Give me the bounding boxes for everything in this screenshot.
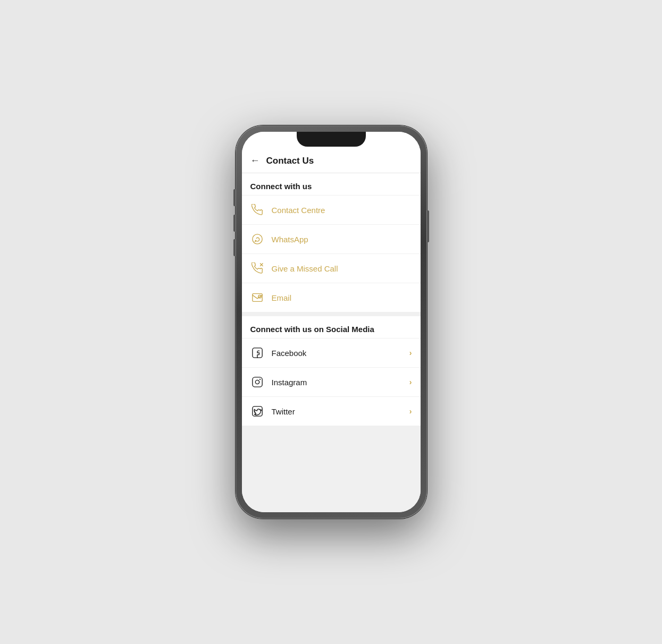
- social-section: Connect with us on Social Media Facebook…: [242, 316, 421, 426]
- missed-call-label: Give a Missed Call: [272, 264, 412, 273]
- social-section-heading: Connect with us on Social Media: [242, 316, 421, 338]
- back-button[interactable]: ←: [250, 155, 260, 166]
- whatsapp-icon: [250, 232, 264, 246]
- facebook-icon: [250, 346, 264, 360]
- page-title: Contact Us: [266, 156, 314, 166]
- phone-screen: ← Contact Us Connect with us Cont: [242, 132, 421, 512]
- volume-down-button: [233, 215, 236, 232]
- facebook-chevron: ›: [409, 349, 412, 357]
- twitter-chevron: ›: [409, 407, 412, 416]
- silent-switch: [233, 239, 236, 256]
- list-item-twitter[interactable]: Twitter ›: [242, 396, 421, 426]
- power-button: [427, 210, 429, 242]
- svg-point-8: [259, 379, 260, 380]
- twitter-icon: [250, 404, 264, 418]
- main-content: Connect with us Contact Centre: [242, 173, 421, 512]
- bottom-area: [242, 430, 421, 472]
- screen-content: ← Contact Us Connect with us Cont: [242, 132, 421, 512]
- list-item-email[interactable]: Email: [242, 283, 421, 312]
- email-label: Email: [272, 293, 412, 302]
- list-item-facebook[interactable]: Facebook ›: [242, 338, 421, 367]
- list-item-missed-call[interactable]: Give a Missed Call: [242, 253, 421, 283]
- email-icon: [250, 291, 264, 304]
- connect-section: Connect with us Contact Centre: [242, 173, 421, 312]
- phone-frame: ← Contact Us Connect with us Cont: [236, 125, 427, 519]
- twitter-label: Twitter: [272, 407, 402, 416]
- contact-centre-label: Contact Centre: [272, 206, 412, 215]
- svg-rect-6: [252, 377, 262, 387]
- svg-point-0: [252, 234, 262, 244]
- volume-up-button: [233, 189, 236, 206]
- phone-icon: [250, 203, 264, 217]
- instagram-icon: [250, 375, 264, 389]
- missed-call-icon: [250, 261, 264, 275]
- facebook-label: Facebook: [272, 349, 402, 358]
- svg-point-7: [255, 380, 259, 384]
- connect-section-heading: Connect with us: [242, 173, 421, 195]
- list-item-contact-centre[interactable]: Contact Centre: [242, 195, 421, 224]
- instagram-chevron: ›: [409, 378, 412, 386]
- instagram-label: Instagram: [272, 378, 402, 387]
- notch: [297, 132, 366, 147]
- whatsapp-label: WhatsApp: [272, 235, 412, 244]
- list-item-whatsapp[interactable]: WhatsApp: [242, 224, 421, 253]
- list-item-instagram[interactable]: Instagram ›: [242, 367, 421, 396]
